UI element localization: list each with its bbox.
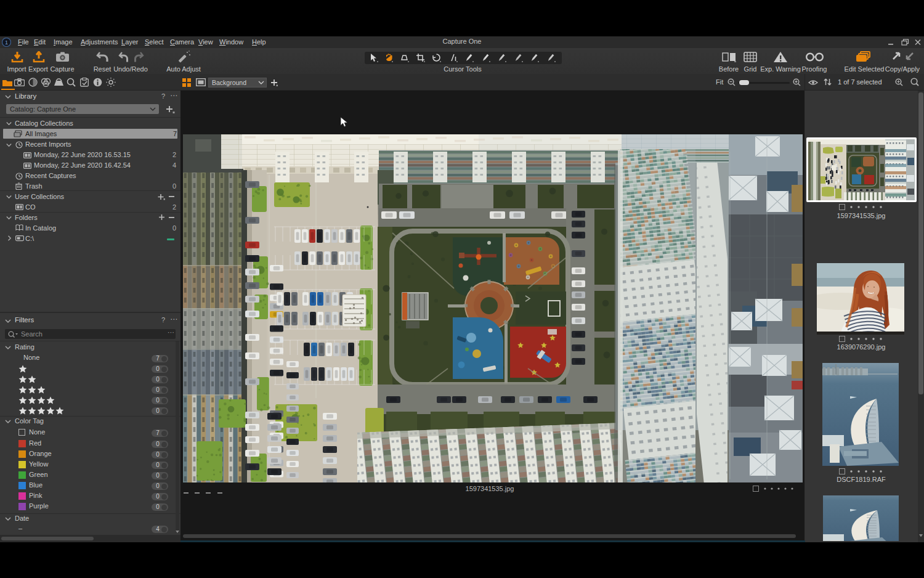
- svg-text:1: 1: [5, 39, 8, 46]
